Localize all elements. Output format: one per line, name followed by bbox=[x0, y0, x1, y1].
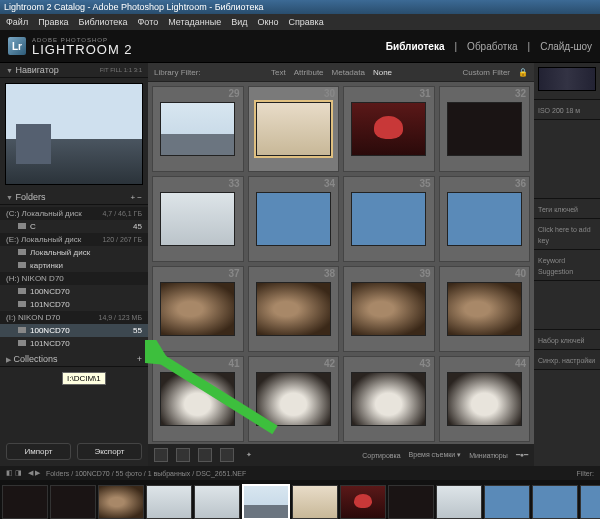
compare-view-icon[interactable] bbox=[198, 448, 212, 462]
grid-cell[interactable]: 41 bbox=[152, 356, 244, 442]
window-buttons[interactable]: ◧ ◨ bbox=[6, 469, 22, 477]
grid-view-icon[interactable] bbox=[154, 448, 168, 462]
filmstrip-thumb[interactable] bbox=[2, 485, 48, 519]
collections-header[interactable]: ▶ Collections+ bbox=[0, 352, 148, 367]
keyword-set-header[interactable]: Набор ключей bbox=[538, 337, 584, 344]
thumbnail-image[interactable] bbox=[256, 282, 331, 336]
survey-view-icon[interactable] bbox=[220, 448, 234, 462]
menu-file[interactable]: Файл bbox=[6, 17, 28, 27]
grid-cell[interactable]: 43 bbox=[343, 356, 435, 442]
volume-e[interactable]: (E:) Локальный диск120 / 267 ГБ bbox=[0, 233, 148, 246]
module-develop[interactable]: Обработка bbox=[467, 41, 517, 52]
grid-cell[interactable]: 29 bbox=[152, 86, 244, 172]
folder-i-101[interactable]: 101NCD70 bbox=[0, 337, 148, 350]
filmstrip-thumb[interactable] bbox=[532, 485, 578, 519]
keyword-suggestions-header[interactable]: Keyword Suggestion bbox=[538, 257, 573, 275]
filter-lock-icon[interactable]: 🔒 bbox=[518, 68, 528, 77]
filmstrip-thumb[interactable] bbox=[98, 485, 144, 519]
grid-cell[interactable]: 30 bbox=[248, 86, 340, 172]
filmstrip-thumb[interactable] bbox=[580, 485, 600, 519]
thumbnail-image[interactable] bbox=[160, 372, 235, 426]
volume-i[interactable]: (I:) NIKON D7014,9 / 123 МБ bbox=[0, 311, 148, 324]
grid-cell[interactable]: 38 bbox=[248, 266, 340, 352]
thumbnail-image[interactable] bbox=[160, 282, 235, 336]
filmstrip-thumb[interactable] bbox=[146, 485, 192, 519]
thumbnail-image[interactable] bbox=[160, 102, 235, 156]
sort-dropdown[interactable]: Время съемки ▾ bbox=[409, 451, 462, 459]
thumbnail-image[interactable] bbox=[160, 192, 235, 246]
breadcrumb-path[interactable]: Folders / 100NCD70 / 55 фото / 1 выбранн… bbox=[46, 470, 246, 477]
grid-cell[interactable]: 35 bbox=[343, 176, 435, 262]
filter-none[interactable]: None bbox=[373, 68, 392, 77]
thumbnail-image[interactable] bbox=[351, 372, 426, 426]
grid-cell[interactable]: 32 bbox=[439, 86, 531, 172]
folder-i-100-selected[interactable]: 100NCD7055 bbox=[0, 324, 148, 337]
menu-window[interactable]: Окно bbox=[257, 17, 278, 27]
center-area: Library Filter: Text Attribute Metadata … bbox=[148, 63, 534, 466]
folder-c[interactable]: C45 bbox=[0, 220, 148, 233]
menu-view[interactable]: Вид bbox=[231, 17, 247, 27]
folder-h-101[interactable]: 101NCD70 bbox=[0, 298, 148, 311]
export-button[interactable]: Экспорт bbox=[77, 443, 142, 460]
thumbnail-image[interactable] bbox=[351, 102, 426, 156]
thumbnail-image[interactable] bbox=[351, 282, 426, 336]
folder-localdisk[interactable]: Локальный диск bbox=[0, 246, 148, 259]
module-library[interactable]: Библиотека bbox=[386, 41, 445, 52]
thumbnail-image[interactable] bbox=[256, 192, 331, 246]
folder-h-100[interactable]: 100NCD70 bbox=[0, 285, 148, 298]
filter-status[interactable]: Filter: bbox=[577, 470, 595, 477]
navigator-zoom-opts[interactable]: FIT FILL 1:1 3:1 bbox=[100, 67, 142, 73]
grid-cell[interactable]: 33 bbox=[152, 176, 244, 262]
thumbnail-image[interactable] bbox=[447, 102, 522, 156]
filter-text[interactable]: Text bbox=[271, 68, 286, 77]
thumbnail-image[interactable] bbox=[256, 372, 331, 426]
module-slideshow[interactable]: Слайд-шоу bbox=[540, 41, 592, 52]
navigator-preview[interactable] bbox=[5, 83, 143, 185]
filmstrip-thumb[interactable] bbox=[340, 485, 386, 519]
folder-pictures[interactable]: картинки bbox=[0, 259, 148, 272]
grid-cell[interactable]: 42 bbox=[248, 356, 340, 442]
keyword-tags-header[interactable]: Теги ключей bbox=[538, 206, 578, 213]
grid-cell[interactable]: 40 bbox=[439, 266, 531, 352]
grid-cell[interactable]: 37 bbox=[152, 266, 244, 352]
folders-header[interactable]: ▼ Folders + − bbox=[0, 190, 148, 205]
filmstrip-thumb[interactable] bbox=[292, 485, 338, 519]
filter-metadata[interactable]: Metadata bbox=[332, 68, 365, 77]
grid-cell[interactable]: 39 bbox=[343, 266, 435, 352]
thumbnail-grid[interactable]: 29303132333435363738394041424344 bbox=[148, 82, 534, 444]
filmstrip-thumb[interactable] bbox=[484, 485, 530, 519]
cell-index: 41 bbox=[228, 358, 239, 369]
filmstrip-thumb[interactable] bbox=[388, 485, 434, 519]
grid-cell[interactable]: 36 bbox=[439, 176, 531, 262]
thumbnail-image[interactable] bbox=[256, 102, 331, 156]
menu-library[interactable]: Библиотека bbox=[79, 17, 128, 27]
filmstrip-thumb[interactable] bbox=[50, 485, 96, 519]
loupe-view-icon[interactable] bbox=[176, 448, 190, 462]
menu-metadata[interactable]: Метаданные bbox=[168, 17, 221, 27]
add-keyword-hint[interactable]: Click here to add key bbox=[538, 226, 591, 244]
thumbnail-image[interactable] bbox=[351, 192, 426, 246]
import-button[interactable]: Импорт bbox=[6, 443, 71, 460]
filter-preset[interactable]: Custom Filter bbox=[462, 68, 510, 77]
grid-cell[interactable]: 34 bbox=[248, 176, 340, 262]
sync-settings-button[interactable]: Синхр. настройки bbox=[538, 357, 595, 364]
menu-photo[interactable]: Фото bbox=[137, 17, 158, 27]
grid-cell[interactable]: 31 bbox=[343, 86, 435, 172]
navigator-header[interactable]: ▼ Навигатор FIT FILL 1:1 3:1 bbox=[0, 63, 148, 78]
filmstrip-thumb[interactable] bbox=[194, 485, 240, 519]
volume-c[interactable]: (C:) Локальный диск4,7 / 46,1 ГБ bbox=[0, 207, 148, 220]
thumbnail-image[interactable] bbox=[447, 192, 522, 246]
filmstrip-thumb[interactable] bbox=[242, 484, 290, 519]
filter-attribute[interactable]: Attribute bbox=[294, 68, 324, 77]
menu-edit[interactable]: Правка bbox=[38, 17, 68, 27]
grid-cell[interactable]: 44 bbox=[439, 356, 531, 442]
painter-icon[interactable]: ✦ bbox=[246, 451, 252, 459]
thumbnail-image[interactable] bbox=[447, 282, 522, 336]
thumb-slider[interactable]: ━●━ bbox=[516, 451, 528, 459]
menu-help[interactable]: Справка bbox=[288, 17, 323, 27]
volume-h[interactable]: (H:) NIKON D70 bbox=[0, 272, 148, 285]
filmstrip[interactable] bbox=[0, 480, 600, 519]
thumbnail-image[interactable] bbox=[447, 372, 522, 426]
filmstrip-thumb[interactable] bbox=[436, 485, 482, 519]
cell-index: 31 bbox=[419, 88, 430, 99]
